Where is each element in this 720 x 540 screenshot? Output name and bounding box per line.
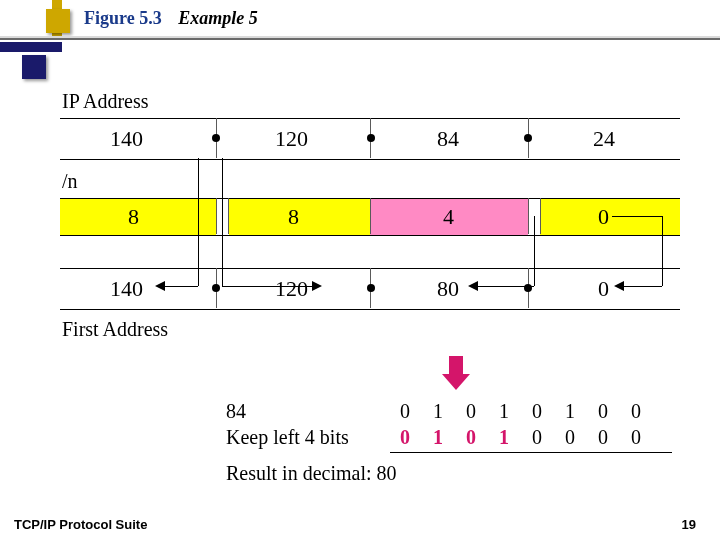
bit-k-5: 0 <box>563 426 577 449</box>
keep-left-label: Keep left 4 bits <box>226 426 349 449</box>
bit-o-4: 0 <box>530 400 544 423</box>
result-label: Result in decimal: 80 <box>226 462 397 485</box>
zero-line-h2 <box>624 286 662 287</box>
first-octet-0: 140 <box>110 276 143 302</box>
ip-address-label: IP Address <box>62 90 148 113</box>
bit-k-0: 0 <box>398 426 412 449</box>
mask-sep-2 <box>370 198 371 234</box>
first-dot-0 <box>212 284 220 292</box>
figure-title: Figure 5.3 Example 5 <box>84 8 258 29</box>
ip-octet-3: 24 <box>593 126 615 152</box>
ip-dot-1 <box>367 134 375 142</box>
bit-k-3: 1 <box>497 426 511 449</box>
mask-gap-3b <box>540 198 541 234</box>
calc-line-h <box>478 286 534 287</box>
bit-o-0: 0 <box>398 400 412 423</box>
ip-dot-0 <box>212 134 220 142</box>
mask-gap-3a <box>528 198 529 234</box>
first-octet-3: 0 <box>598 276 609 302</box>
mask-gap-1b <box>228 198 229 234</box>
calc-arrow <box>468 281 478 291</box>
mask-cell-3 <box>540 199 680 235</box>
bit-k-4: 0 <box>530 426 544 449</box>
ip-octet-2: 84 <box>437 126 459 152</box>
first-dot-1 <box>367 284 375 292</box>
byte-value: 84 <box>226 400 246 423</box>
copy-line-0 <box>198 158 199 286</box>
footer-left: TCP/IP Protocol Suite <box>14 517 147 532</box>
zero-line-h <box>612 216 662 217</box>
bit-o-7: 0 <box>629 400 643 423</box>
first-address-label: First Address <box>62 318 168 341</box>
bit-o-3: 1 <box>497 400 511 423</box>
ip-dot-2 <box>524 134 532 142</box>
mask-gap-1a <box>216 198 217 234</box>
ip-octet-0: 140 <box>110 126 143 152</box>
decor-navy-square <box>22 55 46 79</box>
bit-o-5: 1 <box>563 400 577 423</box>
first-octet-1: 120 <box>275 276 308 302</box>
decor-yellow-square <box>46 9 70 33</box>
bit-k-6: 0 <box>596 426 610 449</box>
mask-octet-1: 8 <box>288 204 299 230</box>
bit-o-1: 1 <box>431 400 445 423</box>
bit-o-6: 0 <box>596 400 610 423</box>
figure-subtitle: Example 5 <box>178 8 258 28</box>
bits-original: 0 1 0 1 0 1 0 0 <box>398 400 643 423</box>
page-number: 19 <box>682 517 696 532</box>
copy-arrow-0 <box>155 281 165 291</box>
copy-hline-0 <box>165 286 198 287</box>
bit-k-1: 1 <box>431 426 445 449</box>
zero-arrow <box>614 281 624 291</box>
first-octet-2: 80 <box>437 276 459 302</box>
bit-k-7: 0 <box>629 426 643 449</box>
calc-line-vtop <box>534 216 535 286</box>
title-shadow <box>0 38 720 40</box>
bits-underline <box>390 452 672 453</box>
mask-octet-2: 4 <box>443 204 454 230</box>
figure-number: Figure 5.3 <box>84 8 162 28</box>
ip-octet-1: 120 <box>275 126 308 152</box>
copy-line-1v <box>222 158 223 286</box>
decor-horiz-bar <box>0 42 62 52</box>
zero-line-v <box>662 216 663 286</box>
mask-octet-3: 0 <box>598 204 609 230</box>
mask-octet-0: 8 <box>128 204 139 230</box>
bit-k-2: 0 <box>464 426 478 449</box>
bits-kept: 0 1 0 1 0 0 0 0 <box>398 426 643 449</box>
copy-arrow-1 <box>312 281 322 291</box>
copy-line-1h <box>222 286 312 287</box>
mask-label: /n <box>62 170 78 193</box>
down-arrow-icon <box>447 356 465 390</box>
mask-cell-1 <box>229 199 370 235</box>
bit-o-2: 0 <box>464 400 478 423</box>
